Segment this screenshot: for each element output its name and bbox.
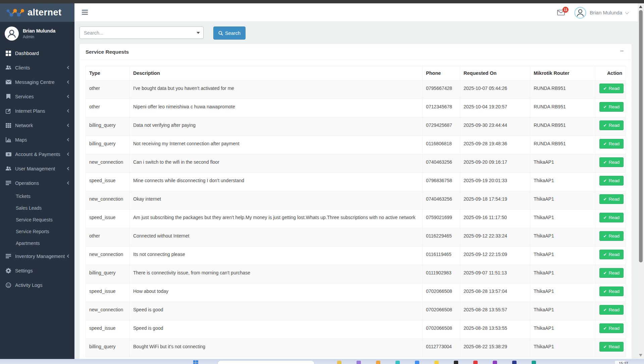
sidebar-item-operations[interactable]: Operations — [0, 176, 74, 190]
bookmark-icon — [5, 94, 11, 99]
read-button[interactable]: ✔Read — [599, 213, 624, 222]
read-button[interactable]: ✔Read — [599, 139, 624, 149]
sidebar-item-dashboard[interactable]: Dashboard — [0, 46, 74, 60]
read-button[interactable]: ✔Read — [599, 287, 624, 296]
column-header-mikrotik-router[interactable]: Mikrotik Router — [530, 66, 595, 81]
cell-action: ✔Read — [595, 339, 626, 357]
cell-desc: Data not verifying after paying — [130, 117, 423, 136]
sidebar-item-network[interactable]: Network — [0, 118, 74, 133]
dashboard-icon — [5, 51, 11, 56]
sidebar-subitem-service-reports[interactable]: Service Reports — [0, 225, 74, 237]
check-icon: ✔ — [603, 123, 607, 128]
app-darkteal-icon[interactable] — [532, 361, 536, 364]
app-teal-icon[interactable] — [395, 361, 400, 364]
read-button[interactable]: ✔Read — [599, 250, 624, 259]
sidebar-item-activity-logs[interactable]: Activity Logs — [0, 278, 74, 292]
cell-type: other — [86, 99, 130, 117]
app-logo[interactable]: alternet — [0, 3, 74, 22]
cell-action: ✔Read — [595, 320, 626, 339]
taskbar-search-box[interactable] — [217, 360, 315, 364]
read-button-label: Read — [609, 197, 620, 202]
sidebar-subitem-tickets[interactable]: Tickets — [0, 190, 74, 202]
sidebar-item-messaging-centre[interactable]: Messaging Centre — [0, 75, 74, 89]
search-input[interactable] — [79, 27, 204, 39]
sidebar-item-clients[interactable]: Clients — [0, 60, 74, 75]
sidebar-subitem-service-requests[interactable]: Service Requests — [0, 214, 74, 225]
header-avatar[interactable] — [574, 7, 586, 19]
check-icon: ✔ — [603, 271, 607, 275]
table-row: billing_queryData not verifying after pa… — [86, 117, 626, 136]
collapse-panel-button[interactable]: − — [620, 48, 624, 54]
cell-router: RUNDA RB951 — [530, 117, 595, 136]
read-button[interactable]: ✔Read — [599, 323, 624, 333]
read-button[interactable]: ✔Read — [599, 305, 624, 315]
table-row: new_connectionOkay internet0740463256202… — [86, 191, 626, 210]
service-requests-table: Type Description Phone Requested On Mikr… — [86, 66, 626, 357]
file-explorer-icon[interactable] — [337, 361, 341, 364]
cell-router: RUNDA RB951 — [530, 99, 595, 117]
vertical-scrollbar[interactable] — [638, 3, 644, 364]
sidebar-subitem-sales-leads[interactable]: Sales Leads — [0, 202, 74, 214]
scroll-down-arrow[interactable] — [639, 354, 642, 357]
read-button[interactable]: ✔Read — [599, 120, 624, 130]
cell-req: 2025-08-28 13:53:55 — [460, 320, 530, 339]
column-header-type[interactable]: Type — [86, 66, 130, 81]
scroll-up-arrow[interactable] — [639, 5, 642, 8]
sidebar-item-user-management[interactable]: User Management — [0, 161, 74, 176]
app-black-icon[interactable] — [454, 361, 458, 364]
edit-icon — [5, 108, 11, 114]
app-purple-icon[interactable] — [357, 361, 361, 364]
read-button[interactable]: ✔Read — [599, 342, 624, 352]
read-button[interactable]: ✔Read — [599, 84, 624, 93]
app-orange-icon[interactable] — [376, 361, 380, 364]
read-button[interactable]: ✔Read — [599, 102, 624, 112]
sidebar-item-services[interactable]: Services — [0, 89, 74, 104]
read-button-label: Read — [609, 123, 620, 128]
sidebar: alternet Brian Mulunda Admin Dashboard — [0, 3, 74, 364]
users-icon — [5, 65, 11, 70]
app-yellow-icon[interactable] — [434, 361, 439, 364]
windows-start-icon[interactable] — [193, 360, 198, 364]
check-icon: ✔ — [603, 289, 607, 294]
read-button[interactable]: ✔Read — [599, 231, 624, 241]
read-button[interactable]: ✔Read — [599, 157, 624, 167]
app-darkblue-icon[interactable] — [512, 361, 517, 364]
cell-router: ThikaAP1 — [530, 339, 595, 357]
sidebar-toggle-button[interactable] — [82, 10, 89, 16]
read-button[interactable]: ✔Read — [599, 176, 624, 186]
app-red-icon[interactable] — [473, 361, 478, 364]
read-button[interactable]: ✔Read — [599, 194, 624, 204]
column-header-action[interactable]: Action — [595, 66, 626, 81]
scrollbar-thumb[interactable] — [639, 10, 643, 262]
cell-req: 2025-09-28 19:48:36 — [460, 136, 530, 154]
cell-type: other — [86, 81, 130, 99]
column-header-requested-on[interactable]: Requested On — [460, 66, 530, 81]
cell-type: new_connection — [86, 302, 130, 320]
sidebar-subitem-apartments[interactable]: Apartments — [0, 237, 74, 249]
sidebar-item-maps[interactable]: Maps — [0, 133, 74, 147]
sidebar-item-internet-plans[interactable]: Internet Plans — [0, 104, 74, 118]
check-icon: ✔ — [603, 326, 607, 331]
messages-button[interactable]: 11 — [557, 10, 565, 15]
column-header-phone[interactable]: Phone — [423, 66, 460, 81]
app-notification-icon[interactable] — [493, 361, 497, 364]
sidebar-item-account-payments[interactable]: Account & Payments — [0, 147, 74, 161]
sidebar-item-inventory-management[interactable]: Inventory Management — [0, 249, 74, 263]
cell-desc: Bought WiFi but it's not connecting — [130, 339, 423, 357]
column-header-description[interactable]: Description — [130, 66, 423, 81]
app-blue-icon[interactable] — [415, 361, 419, 364]
os-taskbar[interactable]: 15:27 — [0, 359, 644, 364]
user-avatar[interactable] — [5, 27, 19, 41]
user-menu[interactable]: Brian Mulunda — [590, 10, 628, 15]
cell-desc: Speed is good — [130, 320, 423, 339]
cell-router: ThikaAP1 — [530, 283, 595, 302]
read-button[interactable]: ✔Read — [599, 268, 624, 278]
cell-type: speed_issue — [86, 283, 130, 302]
search-button[interactable]: Search — [213, 27, 246, 40]
chevron-left-icon — [67, 124, 70, 127]
cell-desc: Speed is good — [130, 302, 423, 320]
sidebar-item-settings[interactable]: Settings — [0, 263, 74, 278]
table-row: new_connectionSpeed is good0702066508202… — [86, 302, 626, 320]
cell-req: 2025-10-04 19:20:57 — [460, 99, 530, 117]
cell-phone: 0702066508 — [423, 302, 460, 320]
